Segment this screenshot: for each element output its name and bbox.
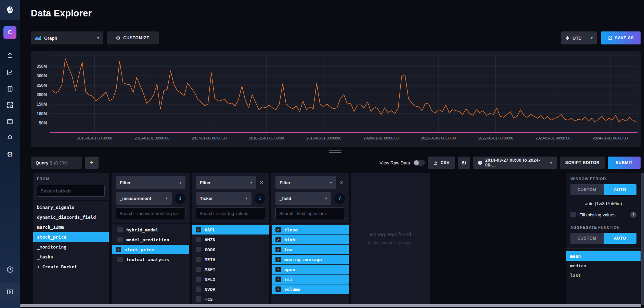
check-icon: ✓ <box>197 228 200 232</box>
ticker-search-input[interactable] <box>196 207 265 219</box>
time-range-dropdown[interactable]: 2014-03-27 00:00 to 2024-06-... ▾ <box>473 157 557 169</box>
tag-value-item[interactable]: MSFT <box>192 265 269 274</box>
checkbox-unchecked[interactable] <box>196 257 201 262</box>
checkbox-checked[interactable]: ✓ <box>275 227 281 232</box>
help-tooltip-icon[interactable]: ? <box>630 212 636 218</box>
tag-key-dropdown[interactable]: _field ▾ <box>275 192 331 205</box>
measurement-search-input[interactable] <box>116 207 185 219</box>
checkbox-checked[interactable]: ✓ <box>275 237 281 242</box>
tag-value-item[interactable]: model_prediction <box>112 235 189 244</box>
tag-value-item-selected[interactable]: ✓ stock_price <box>112 245 189 254</box>
tag-value-item[interactable]: AMZN <box>192 235 269 244</box>
function-item[interactable]: median <box>566 261 641 270</box>
bucket-item[interactable]: binary_signals <box>33 202 109 212</box>
bucket-item[interactable]: dynamic_discords_field <box>33 212 109 222</box>
refresh-button[interactable]: ↻ <box>458 157 470 169</box>
graph-type-icon <box>35 36 41 40</box>
tag-value-item[interactable]: NFLX <box>192 274 269 284</box>
dashboards-nav-icon[interactable] <box>0 98 20 112</box>
checkbox-checked[interactable]: ✓ <box>275 277 281 282</box>
tag-value-item-selected[interactable]: ✓ rsi <box>272 274 349 284</box>
field-search-input[interactable] <box>275 207 345 219</box>
checkbox-checked[interactable]: ✓ <box>275 267 281 272</box>
bucket-item[interactable]: march_12mm <box>33 222 109 232</box>
aggregate-function-label: AGGREGATE FUNCTION <box>570 225 636 229</box>
checkbox-checked[interactable]: ✓ <box>275 247 281 252</box>
help-nav-icon[interactable]: ? <box>0 263 20 276</box>
fill-missing-checkbox[interactable] <box>570 212 576 217</box>
checkbox-checked[interactable]: ✓ <box>275 257 281 262</box>
tag-key-dropdown[interactable]: Ticker ▾ <box>196 192 252 205</box>
tag-value-item-selected[interactable]: ✓ AAPL <box>192 225 269 235</box>
view-raw-data-toggle[interactable] <box>413 160 425 166</box>
tag-value-item-selected[interactable]: ✓ close <box>272 225 349 235</box>
notebooks-nav-icon[interactable] <box>0 82 20 96</box>
checkbox-unchecked[interactable] <box>196 267 201 272</box>
checkbox-checked[interactable]: ✓ <box>116 247 121 252</box>
vertical-scrollbar[interactable] <box>641 173 644 305</box>
alerts-bell-nav-icon[interactable] <box>0 131 20 145</box>
data-explorer-nav-icon[interactable] <box>0 66 20 79</box>
tag-value-item[interactable]: textual_analysis <box>112 255 189 264</box>
tag-value-item[interactable]: GOOG <box>192 245 269 254</box>
checkbox-checked[interactable]: ✓ <box>196 227 201 232</box>
filter-type-dropdown[interactable]: Filter ▾ <box>275 176 336 189</box>
create-bucket-button[interactable]: + Create Bucket <box>33 262 109 272</box>
tag-value-item[interactable]: META <box>192 255 269 264</box>
tag-value-item-selected[interactable]: ✓ low <box>272 245 349 254</box>
horizontal-scrollbar[interactable] <box>20 304 641 307</box>
bucket-search-input[interactable] <box>37 185 105 197</box>
remove-filter-button[interactable]: × <box>337 179 345 186</box>
timezone-dropdown[interactable]: UTC ▾ <box>561 31 597 44</box>
remove-filter-button[interactable]: × <box>258 179 265 186</box>
tag-value-item-selected[interactable]: ✓ open <box>272 265 349 274</box>
window-custom-tab[interactable]: CUSTOM <box>570 184 604 195</box>
settings-gear-nav-icon[interactable]: ⚙ <box>0 148 20 161</box>
save-as-button[interactable]: SAVE AS <box>601 31 641 44</box>
upload-nav-icon[interactable] <box>0 49 20 62</box>
aggregate-custom-tab[interactable]: CUSTOM <box>570 233 604 244</box>
line-chart[interactable]: 50M100M150M200M250M300M350M2015-01-01 00… <box>31 51 641 147</box>
submit-button[interactable]: SUBMIT <box>608 157 641 169</box>
aggregate-auto-tab[interactable]: AUTO <box>604 233 637 244</box>
query-tab[interactable]: Query 1 (0.20s) <box>31 157 82 169</box>
script-editor-button[interactable]: SCRIPT EDITOR <box>560 157 605 169</box>
user-avatar[interactable]: C <box>3 26 16 39</box>
tag-value-item[interactable]: NVDA <box>192 284 269 294</box>
add-query-button[interactable]: + <box>85 157 99 169</box>
filter-type-dropdown[interactable]: Filter ▾ <box>196 176 256 189</box>
window-aggregate-panel: WINDOW PERIOD CUSTOM AUTO auto (1w3d7h56… <box>566 173 641 304</box>
function-item-selected[interactable]: mean <box>566 251 641 261</box>
tag-value-item-selected[interactable]: ✓ moving_average <box>272 255 349 264</box>
tag-value-item[interactable]: TCS <box>192 294 269 304</box>
customize-button[interactable]: ⚙ CUSTOMIZE <box>107 31 159 44</box>
panel-resize-handle[interactable] <box>329 150 342 154</box>
checkbox-unchecked[interactable] <box>196 296 201 302</box>
data-explorer-app: C ⚙ ? Data Explorer <box>0 0 644 308</box>
view-type-dropdown[interactable]: Graph ▾ <box>31 31 103 44</box>
tag-value-item[interactable]: hybrid_model <box>112 225 189 235</box>
tasks-calendar-nav-icon[interactable] <box>0 115 20 128</box>
checkbox-unchecked[interactable] <box>196 247 201 252</box>
sidebar-expand-toggle[interactable] <box>0 283 20 301</box>
tag-value-item-selected[interactable]: ✓ volume <box>272 284 349 294</box>
csv-download-button[interactable]: CSV <box>428 157 455 169</box>
checkbox-unchecked[interactable] <box>196 237 201 242</box>
aggregate-function-list: mean median last <box>566 249 641 280</box>
bucket-item-selected[interactable]: stock_price <box>33 232 109 242</box>
checkbox-unchecked[interactable] <box>117 227 123 232</box>
svg-text:2024-01-01 00:00:00: 2024-01-01 00:00:00 <box>593 136 628 140</box>
checkbox-checked[interactable]: ✓ <box>275 286 281 292</box>
checkbox-unchecked[interactable] <box>117 237 123 242</box>
function-item[interactable]: last <box>566 270 641 280</box>
checkbox-unchecked[interactable] <box>196 277 201 282</box>
influxdb-logo[interactable] <box>0 0 20 20</box>
bucket-item[interactable]: _tasks <box>33 252 109 262</box>
tag-value-item-selected[interactable]: ✓ high <box>272 235 349 244</box>
checkbox-unchecked[interactable] <box>196 286 201 292</box>
checkbox-unchecked[interactable] <box>117 257 123 262</box>
tag-key-dropdown[interactable]: _measurement ▾ <box>116 192 172 205</box>
bucket-item[interactable]: _monitoring <box>33 242 109 252</box>
window-auto-tab[interactable]: AUTO <box>604 184 637 195</box>
filter-type-dropdown[interactable]: Filter ▾ <box>116 176 185 189</box>
